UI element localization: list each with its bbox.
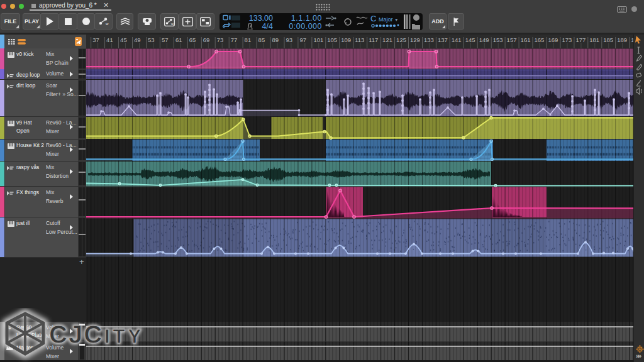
svg-text:173: 173: [562, 36, 572, 43]
svg-text:77: 77: [231, 36, 238, 43]
svg-text:157: 157: [507, 36, 517, 43]
svg-text:93: 93: [286, 36, 293, 43]
svg-text:89: 89: [272, 36, 279, 43]
svg-text:125: 125: [396, 36, 406, 43]
svg-text:149: 149: [479, 36, 489, 43]
svg-text:109: 109: [341, 36, 351, 43]
svg-text:185: 185: [603, 36, 613, 43]
svg-text:CJC: CJC: [49, 321, 103, 348]
svg-text:133: 133: [424, 36, 434, 43]
svg-text:161: 161: [521, 36, 531, 43]
svg-text:ITY: ITY: [104, 326, 144, 348]
svg-text:101: 101: [313, 36, 323, 43]
svg-text:81: 81: [245, 36, 252, 43]
svg-text:w: w: [170, 22, 174, 26]
svg-text:169: 169: [548, 36, 558, 43]
svg-text:85: 85: [258, 36, 265, 43]
svg-text:61: 61: [175, 36, 182, 43]
svg-text:65: 65: [189, 36, 196, 43]
svg-text:129: 129: [410, 36, 420, 43]
svg-text:69: 69: [203, 36, 210, 43]
svg-text:141: 141: [452, 36, 462, 43]
svg-text:121: 121: [382, 36, 392, 43]
svg-text:117: 117: [369, 36, 378, 43]
svg-text:153: 153: [493, 36, 503, 43]
svg-text:113: 113: [355, 36, 364, 43]
svg-text:189: 189: [617, 36, 627, 43]
svg-text:45: 45: [120, 36, 127, 43]
svg-text:53: 53: [148, 36, 155, 43]
svg-text:165: 165: [535, 36, 545, 43]
svg-text:145: 145: [465, 36, 475, 43]
svg-text:97: 97: [299, 36, 306, 43]
svg-text:137: 137: [438, 36, 448, 43]
svg-text:w: w: [105, 22, 109, 26]
svg-text:49: 49: [134, 36, 141, 43]
svg-text:177: 177: [575, 36, 586, 43]
svg-text:41: 41: [106, 36, 113, 43]
svg-text:105: 105: [327, 36, 337, 43]
svg-text:181: 181: [589, 36, 599, 43]
svg-text:57: 57: [162, 36, 169, 43]
svg-text:37: 37: [92, 36, 99, 43]
svg-text:73: 73: [217, 36, 224, 43]
